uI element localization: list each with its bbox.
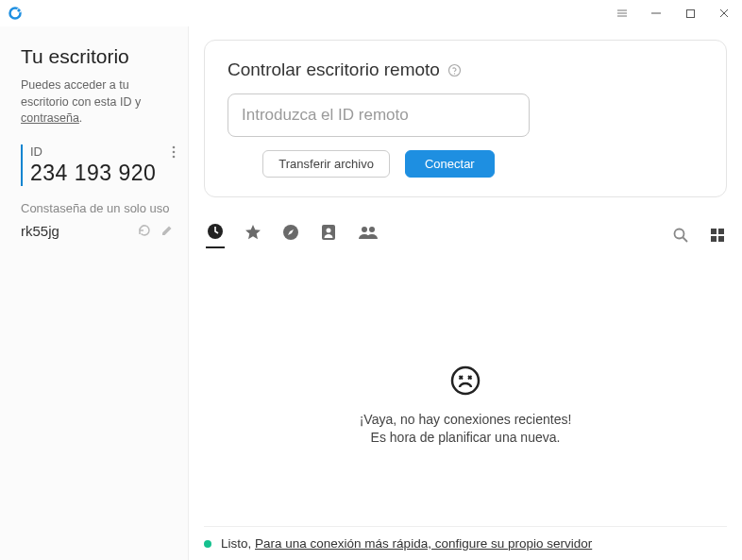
card-title-text: Controlar escritorio remoto (228, 59, 440, 80)
sidebar: Tu escritorio Puedes acceder a tu escrit… (0, 26, 189, 560)
status-text: Listo, Para una conexión más rápida, con… (221, 536, 592, 551)
group-tab-icon[interactable] (357, 223, 379, 247)
svg-rect-23 (711, 229, 717, 234)
sidebar-desc-text: Puedes acceder a tu escritorio con esta … (21, 78, 141, 109)
svg-rect-25 (711, 236, 717, 242)
empty-state: ¡Vaya, no hay conexiones recientes! Es h… (204, 248, 727, 560)
transfer-file-button[interactable]: Transferir archivo (262, 150, 390, 178)
recent-tab-icon[interactable] (206, 222, 225, 248)
id-section: ID 234 193 920 (21, 144, 175, 186)
remote-control-card: Controlar escritorio remoto Transferir a… (204, 40, 727, 197)
help-icon[interactable] (447, 63, 462, 77)
svg-point-27 (452, 367, 479, 394)
connect-button[interactable]: Conectar (405, 150, 495, 178)
app-logo-icon (8, 6, 23, 21)
search-icon[interactable] (672, 227, 689, 244)
svg-rect-26 (718, 236, 724, 242)
sad-face-icon (449, 365, 481, 397)
minimize-icon[interactable] (644, 1, 668, 25)
grid-view-icon[interactable] (710, 228, 725, 243)
status-dot-icon (204, 540, 211, 548)
id-value: 234 193 920 (30, 161, 175, 186)
menu-icon[interactable] (610, 1, 634, 25)
svg-point-21 (675, 229, 684, 239)
close-icon[interactable] (712, 1, 736, 25)
more-vertical-icon[interactable] (167, 144, 180, 160)
svg-point-10 (173, 145, 176, 148)
status-bar: Listo, Para una conexión más rápida, con… (204, 526, 727, 551)
card-title: Controlar escritorio remoto (228, 59, 703, 80)
svg-point-2 (17, 8, 20, 11)
sidebar-description: Puedes acceder a tu escritorio con esta … (21, 77, 175, 127)
sidebar-title: Tu escritorio (21, 45, 175, 68)
password-label: Constaseña de un solo uso (21, 201, 175, 215)
svg-rect-24 (718, 229, 724, 234)
status-link[interactable]: Para una conexión más rápida, configure … (255, 536, 592, 551)
svg-point-18 (327, 229, 331, 233)
svg-point-20 (369, 227, 375, 232)
discovered-tab-icon[interactable] (281, 223, 300, 247)
id-label: ID (30, 144, 175, 159)
refresh-icon[interactable] (137, 223, 152, 238)
svg-point-14 (454, 73, 455, 74)
address-book-tab-icon[interactable] (319, 223, 338, 247)
empty-line2: Es hora de planificar una nueva. (371, 430, 561, 445)
svg-point-12 (173, 155, 176, 158)
main-content: Controlar escritorio remoto Transferir a… (189, 26, 742, 560)
svg-line-22 (683, 238, 688, 243)
remote-id-input[interactable] (228, 93, 530, 137)
svg-rect-7 (686, 9, 694, 17)
password-value: rk55jg (21, 223, 59, 239)
maximize-icon[interactable] (678, 1, 702, 25)
edit-icon[interactable] (160, 223, 175, 238)
empty-line1: ¡Vaya, no hay conexiones recientes! (360, 412, 572, 427)
favorites-tab-icon[interactable] (244, 223, 262, 247)
svg-point-11 (173, 150, 176, 153)
tabs-row (204, 222, 727, 248)
password-link[interactable]: contraseña (21, 111, 79, 125)
svg-point-19 (362, 227, 367, 232)
status-prefix: Listo, (221, 536, 255, 551)
sidebar-desc-post: . (79, 111, 82, 125)
title-bar (0, 0, 742, 26)
